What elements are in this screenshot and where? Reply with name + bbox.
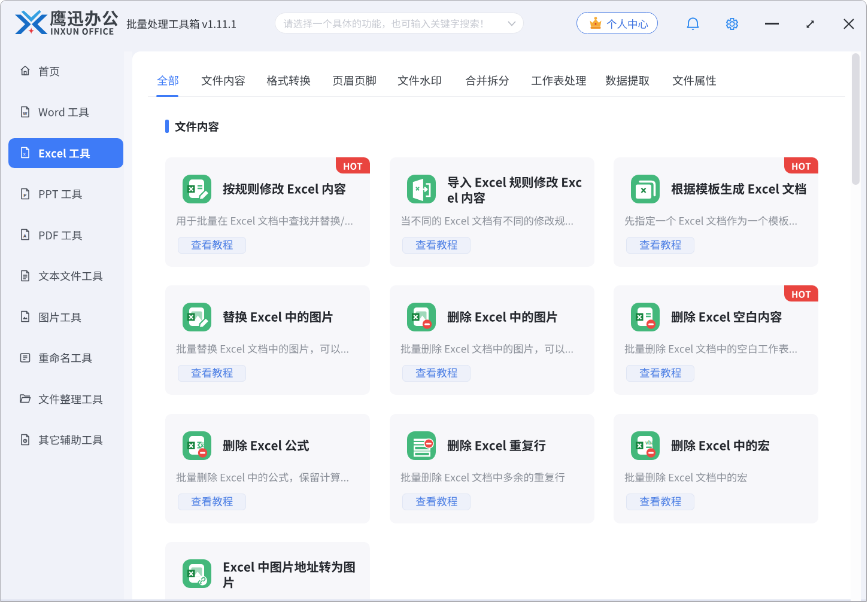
svg-text:W: W — [23, 110, 28, 115]
svg-text:vba: vba — [645, 440, 654, 446]
svg-text:P: P — [23, 192, 26, 197]
svg-text:x: x — [23, 151, 26, 157]
svg-text:A: A — [23, 233, 27, 239]
